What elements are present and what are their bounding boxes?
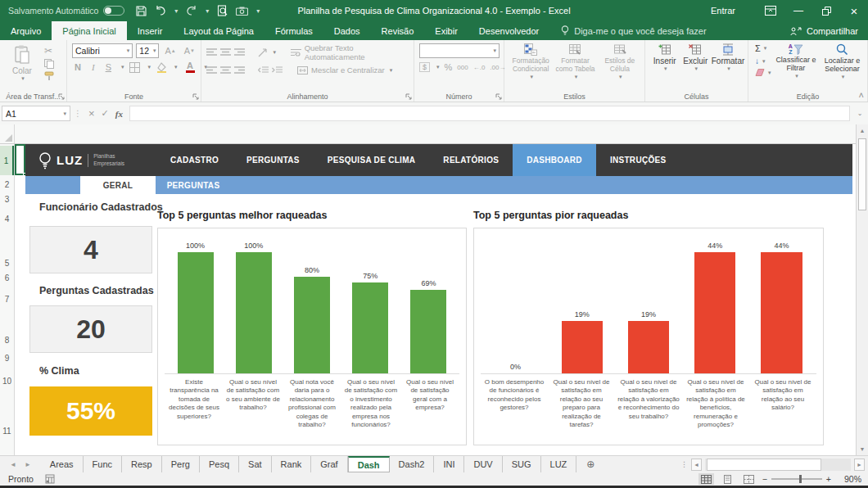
orientation-icon[interactable]: [258, 48, 269, 57]
row-header[interactable]: 7: [0, 295, 14, 306]
row-header[interactable]: 6: [0, 273, 14, 285]
chart-pior-raqueadas[interactable]: 0%19%19%44%44% O bom desempenho de funci…: [473, 228, 824, 445]
number-format-select[interactable]: ▾: [419, 43, 500, 58]
wrap-text-label[interactable]: Quebrar Texto Automaticamente: [305, 43, 410, 61]
find-select-button[interactable]: Localizar e Selecionar ▾: [821, 43, 864, 89]
merge-center-icon[interactable]: [297, 66, 308, 75]
name-box[interactable]: A1 ▾: [2, 106, 70, 121]
nav-item[interactable]: PESQUISA DE CLIMA: [314, 144, 430, 176]
align-bottom-icon[interactable]: [234, 48, 245, 56]
font-name-select[interactable]: Calibri ▾: [72, 43, 133, 58]
decrease-font-icon[interactable]: A▼: [182, 46, 197, 56]
sort-filter-button[interactable]: AZ Classificar e Filtrar ▾: [775, 43, 818, 89]
number-dialog-launcher-icon[interactable]: [495, 93, 502, 100]
sheet-tab[interactable]: DUV: [464, 456, 502, 472]
share-button[interactable]: Compartilhar: [790, 21, 868, 40]
currency-icon[interactable]: $: [419, 62, 430, 72]
fill-dropdown-icon[interactable]: ▾: [762, 58, 766, 65]
row-header[interactable]: 10: [0, 377, 14, 388]
ribbon-display-options-icon[interactable]: [757, 0, 784, 21]
sheet-tab[interactable]: Areas: [41, 456, 84, 472]
normal-view-icon[interactable]: [698, 473, 714, 485]
splitter-handle-icon[interactable]: ⋮: [680, 460, 688, 468]
confirm-icon[interactable]: ✓: [102, 108, 109, 119]
sheet-tab[interactable]: INI: [434, 456, 464, 472]
fill-color-icon[interactable]: [156, 62, 167, 73]
nav-item[interactable]: CADASTRO: [156, 144, 233, 176]
horizontal-scrollbar-thumb[interactable]: [707, 459, 821, 471]
clipboard-dialog-launcher-icon[interactable]: [58, 93, 65, 100]
formula-input[interactable]: [129, 106, 850, 121]
ribbon-tab[interactable]: Fórmulas: [264, 21, 323, 40]
format-cells-button[interactable]: Formatar ▾: [712, 43, 744, 89]
increase-indent-icon[interactable]: [272, 66, 283, 75]
autosum-dropdown-icon[interactable]: ▾: [764, 45, 767, 52]
align-middle-icon[interactable]: [220, 48, 231, 56]
undo-dropdown-icon[interactable]: ▾: [174, 7, 178, 15]
ribbon-tab[interactable]: Revisão: [371, 21, 425, 40]
zoom-slider-thumb[interactable]: [799, 475, 802, 483]
sheet-tab[interactable]: Dash2: [390, 456, 435, 472]
ribbon-tab[interactable]: Dados: [323, 21, 371, 40]
alignment-dialog-launcher-icon[interactable]: [405, 93, 412, 100]
underline-button[interactable]: S: [103, 62, 114, 72]
align-left-icon[interactable]: [206, 66, 217, 75]
font-color-icon[interactable]: A: [183, 61, 197, 73]
sheet-tab[interactable]: Sat: [239, 456, 272, 472]
underline-dropdown-icon[interactable]: ▾: [121, 64, 124, 70]
sheet-tab[interactable]: Graf: [311, 456, 347, 472]
italic-button[interactable]: I: [89, 62, 97, 72]
sheet-tab[interactable]: Pesq: [200, 456, 239, 472]
nav-item[interactable]: INSTRUÇÕES: [596, 144, 680, 176]
sheet-tab[interactable]: LUZ: [541, 456, 577, 472]
row-header[interactable]: 8: [0, 336, 14, 347]
formula-bar-expand-icon[interactable]: ⌄: [853, 110, 866, 117]
clear-dropdown-icon[interactable]: ▾: [768, 70, 771, 76]
clear-icon[interactable]: [755, 69, 765, 76]
sheet-tab[interactable]: Resp: [122, 456, 162, 472]
autosave-toggle[interactable]: [103, 6, 124, 16]
scroll-down-icon[interactable]: ▼: [857, 443, 868, 455]
align-center-icon[interactable]: [220, 66, 231, 75]
borders-icon[interactable]: [129, 62, 140, 73]
row-header[interactable]: 1: [0, 146, 14, 175]
cut-icon[interactable]: ✂: [44, 45, 54, 56]
camera-icon[interactable]: [236, 7, 248, 16]
increase-decimal-icon[interactable]: ←.0: [473, 64, 486, 71]
subtab[interactable]: PERGUNTAS: [156, 176, 231, 194]
fill-color-dropdown-icon[interactable]: ▾: [174, 64, 178, 70]
horizontal-scrollbar-track[interactable]: [705, 459, 851, 471]
conditional-formatting-button[interactable]: Formatação Condicional ▾: [509, 43, 552, 89]
sheet-tab[interactable]: Func: [84, 456, 122, 472]
align-top-icon[interactable]: [206, 48, 217, 56]
row-header[interactable]: 9: [0, 354, 14, 365]
ribbon-tab[interactable]: Inserir: [127, 21, 174, 40]
zoom-out-icon[interactable]: −: [762, 474, 767, 484]
font-size-select[interactable]: 12 ▾: [136, 43, 159, 58]
orientation-dropdown-icon[interactable]: ▾: [274, 49, 277, 56]
subtab[interactable]: GERAL: [80, 176, 156, 194]
merge-center-label[interactable]: Mesclar e Centralizar: [311, 66, 385, 75]
percent-style-icon[interactable]: %: [445, 62, 453, 72]
zoom-slider[interactable]: [771, 478, 822, 480]
undo-icon[interactable]: [155, 6, 166, 16]
insert-cells-button[interactable]: Inserir ▾: [650, 43, 680, 89]
align-right-icon[interactable]: [234, 66, 245, 75]
nav-item[interactable]: PERGUNTAS: [233, 144, 314, 176]
nav-item[interactable]: RELATÓRIOS: [429, 144, 513, 176]
copy-icon[interactable]: [44, 59, 54, 69]
decrease-decimal-icon[interactable]: .00→: [490, 64, 505, 71]
ribbon-tab[interactable]: Página Inicial: [52, 21, 126, 40]
cell-styles-button[interactable]: Estilos de Célula ▾: [599, 43, 641, 89]
vertical-scrollbar[interactable]: ▲ ▼: [856, 124, 868, 455]
row-header[interactable]: 2: [0, 180, 14, 192]
collapse-ribbon-icon[interactable]: ˄: [859, 90, 864, 100]
row-header[interactable]: 11: [0, 427, 14, 438]
redo-dropdown-icon[interactable]: ▾: [206, 7, 209, 15]
save-icon[interactable]: [136, 6, 147, 16]
record-macro-icon[interactable]: [45, 474, 55, 484]
sheet-tab[interactable]: Dash: [348, 456, 390, 472]
zoom-level[interactable]: 90%: [837, 474, 861, 484]
increase-font-icon[interactable]: A▲: [162, 46, 178, 56]
sheet-tab[interactable]: Perg: [162, 456, 200, 472]
